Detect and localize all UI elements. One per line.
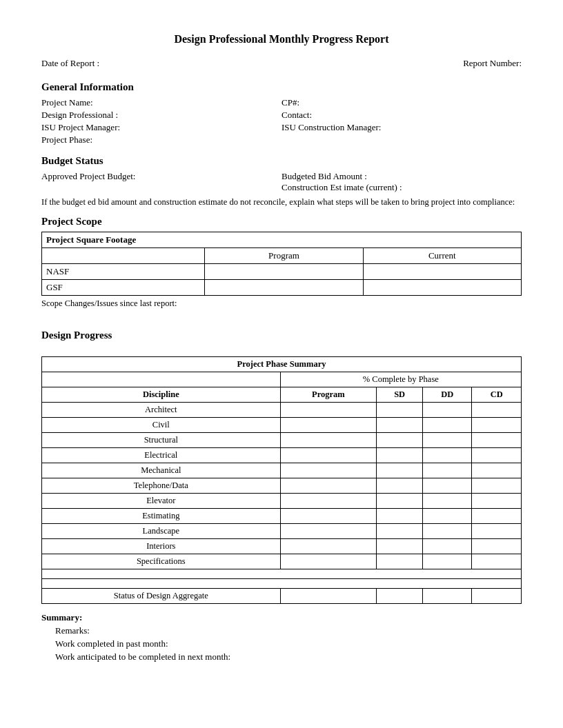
telephone-data-dd — [422, 478, 472, 493]
specifications-cd — [472, 554, 522, 569]
gsf-current — [363, 279, 521, 295]
interiors-sd — [377, 538, 423, 554]
empty-cell-1 — [42, 569, 522, 578]
electrical-dd — [422, 447, 472, 463]
interiors-dd — [422, 538, 472, 554]
budget-note: If the budget ed bid amount and construc… — [41, 196, 522, 209]
scope-col-current: Current — [363, 247, 521, 263]
landscape-sd — [377, 523, 423, 538]
row-civil: Civil — [42, 417, 522, 432]
mechanical-dd — [422, 463, 472, 478]
work-completed-label: Work completed in past month: — [55, 638, 522, 649]
architect-label: Architect — [42, 402, 281, 417]
project-phase-summary-header: Project Phase Summary — [42, 356, 522, 372]
program-header: Program — [280, 387, 377, 402]
aggregate-sd — [377, 588, 423, 603]
project-scope-heading: Project Scope — [41, 216, 522, 228]
architect-program — [280, 402, 377, 417]
project-phase-label: Project Phase: — [41, 134, 282, 145]
elevator-cd — [472, 493, 522, 508]
telephone-data-sd — [377, 478, 423, 493]
telephone-data-cd — [472, 478, 522, 493]
structural-label: Structural — [42, 432, 281, 447]
construction-est-label: Construction Est imate (current) : — [282, 182, 522, 193]
sd-header: SD — [377, 387, 423, 402]
electrical-sd — [377, 447, 423, 463]
summary-section: Summary: Remarks: Work completed in past… — [41, 612, 522, 663]
mechanical-sd — [377, 463, 423, 478]
cd-header: CD — [472, 387, 522, 402]
row-specifications: Specifications — [42, 554, 522, 569]
empty-cell-2 — [42, 578, 522, 588]
pct-complete-empty — [42, 372, 281, 387]
empty-row-2 — [42, 578, 522, 588]
estimating-sd — [377, 508, 423, 523]
scope-row-nasf: NASF — [42, 263, 522, 279]
header-row: Date of Report : Report Number: — [41, 58, 522, 69]
row-status-aggregate: Status of Design Aggregate — [42, 588, 522, 603]
row-telephone-data: Telephone/Data — [42, 478, 522, 493]
budget-heading: Budget Status — [41, 155, 522, 167]
telephone-data-label: Telephone/Data — [42, 478, 281, 493]
row-architect: Architect — [42, 402, 522, 417]
project-phase-value — [282, 134, 522, 145]
aggregate-cd — [472, 588, 522, 603]
dd-header: DD — [422, 387, 472, 402]
empty-row-1 — [42, 569, 522, 578]
design-professional-label: Design Professional : — [41, 110, 282, 121]
design-progress-heading: Design Progress — [41, 330, 522, 341]
aggregate-program — [280, 588, 377, 603]
status-aggregate-label: Status of Design Aggregate — [42, 588, 281, 603]
budget-row: Approved Project Budget: Budgeted Bid Am… — [41, 171, 522, 193]
interiors-cd — [472, 538, 522, 554]
scope-row-gsf: GSF — [42, 279, 522, 295]
gsf-program — [205, 279, 363, 295]
specifications-label: Specifications — [42, 554, 281, 569]
landscape-cd — [472, 523, 522, 538]
row-elevator: Elevator — [42, 493, 522, 508]
row-estimating: Estimating — [42, 508, 522, 523]
nasf-program — [205, 263, 363, 279]
structural-cd — [472, 432, 522, 447]
general-info-grid: Project Name: CP#: Design Professional :… — [41, 97, 522, 145]
report-number-label: Report Number: — [463, 58, 522, 69]
row-structural: Structural — [42, 432, 522, 447]
estimating-dd — [422, 508, 472, 523]
general-info-heading: General Information — [41, 81, 522, 93]
mechanical-cd — [472, 463, 522, 478]
elevator-label: Elevator — [42, 493, 281, 508]
date-of-report-label: Date of Report : — [41, 58, 99, 69]
electrical-label: Electrical — [42, 447, 281, 463]
scope-changes-label: Scope Changes/Issues since last report: — [41, 299, 522, 309]
interiors-label: Interiors — [42, 538, 281, 554]
elevator-sd — [377, 493, 423, 508]
structural-dd — [422, 432, 472, 447]
remarks-label: Remarks: — [55, 625, 522, 636]
cp-label: CP#: — [282, 97, 522, 108]
pct-complete-label: % Complete by Phase — [280, 372, 521, 387]
elevator-program — [280, 493, 377, 508]
page-title: Design Professional Monthly Progress Rep… — [41, 33, 522, 46]
electrical-program — [280, 447, 377, 463]
discipline-header: Discipline — [42, 387, 281, 402]
gsf-label: GSF — [42, 279, 205, 295]
landscape-program — [280, 523, 377, 538]
contact-label: Contact: — [282, 110, 522, 121]
civil-sd — [377, 417, 423, 432]
project-name-label: Project Name: — [41, 97, 282, 108]
specifications-program — [280, 554, 377, 569]
estimating-label: Estimating — [42, 508, 281, 523]
architect-dd — [422, 402, 472, 417]
row-landscape: Landscape — [42, 523, 522, 538]
landscape-dd — [422, 523, 472, 538]
architect-cd — [472, 402, 522, 417]
row-mechanical: Mechanical — [42, 463, 522, 478]
approved-budget-label: Approved Project Budget: — [41, 171, 135, 181]
summary-label: Summary: — [41, 612, 82, 623]
progress-table: Project Phase Summary % Complete by Phas… — [41, 356, 522, 604]
row-interiors: Interiors — [42, 538, 522, 554]
row-electrical: Electrical — [42, 447, 522, 463]
architect-sd — [377, 402, 423, 417]
structural-program — [280, 432, 377, 447]
mechanical-program — [280, 463, 377, 478]
